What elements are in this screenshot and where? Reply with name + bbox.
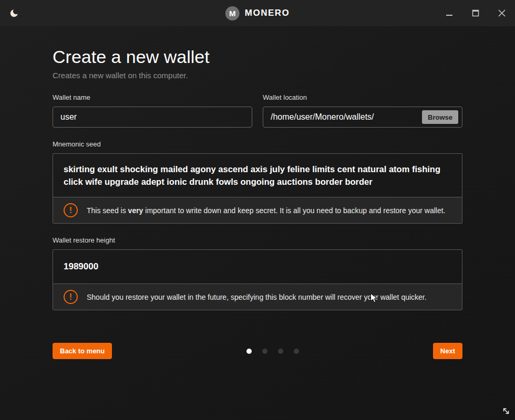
app-brand: M MONERO [225,0,290,26]
pagination [112,349,433,354]
page-title: Create a new wallet [53,46,462,67]
resize-handle-icon[interactable] [502,407,510,415]
seed-warning: ! This seed is very important to write d… [53,197,462,223]
pagination-dot[interactable] [262,349,267,354]
warning-icon: ! [64,203,78,217]
moon-icon[interactable] [8,7,20,19]
monero-logo-icon: M [225,6,240,20]
restore-height-input[interactable]: 1989000 [53,250,462,284]
warning-icon: ! [64,290,78,304]
window-controls [444,0,508,26]
page-subtitle: Creates a new wallet on this computer. [53,71,462,80]
wallet-name-label: Wallet name [53,93,252,101]
pagination-dot[interactable] [294,349,299,354]
restore-height-box: 1989000 ! Should you restore your wallet… [53,249,462,310]
main-content: Create a new wallet Creates a new wallet… [0,26,515,420]
seed-warning-text: This seed is very important to write dow… [87,205,446,216]
titlebar: M MONERO [0,0,515,26]
maximize-icon[interactable] [470,7,481,19]
pagination-dot[interactable] [246,349,252,354]
wallet-location-label: Wallet location [263,93,462,101]
next-button[interactable]: Next [433,343,462,359]
mnemonic-seed-text[interactable]: skirting exult shocking mailed agony asc… [53,154,462,197]
restore-warning: ! Should you restore your wallet in the … [53,284,462,310]
footer: Back to menu Next [53,343,462,359]
pagination-dot[interactable] [278,349,283,354]
wallet-name-input[interactable] [53,107,252,128]
minimize-icon[interactable] [444,7,455,19]
app-title: MONERO [245,8,290,18]
back-to-menu-button[interactable]: Back to menu [53,343,112,359]
restore-warning-text: Should you restore your wallet in the fu… [87,292,427,302]
close-icon[interactable] [496,7,508,19]
mnemonic-seed-label: Mnemonic seed [53,140,462,148]
restore-height-label: Wallet restore height [53,236,462,244]
browse-button[interactable]: Browse [422,110,458,124]
mnemonic-seed-box: skirting exult shocking mailed agony asc… [53,153,462,224]
